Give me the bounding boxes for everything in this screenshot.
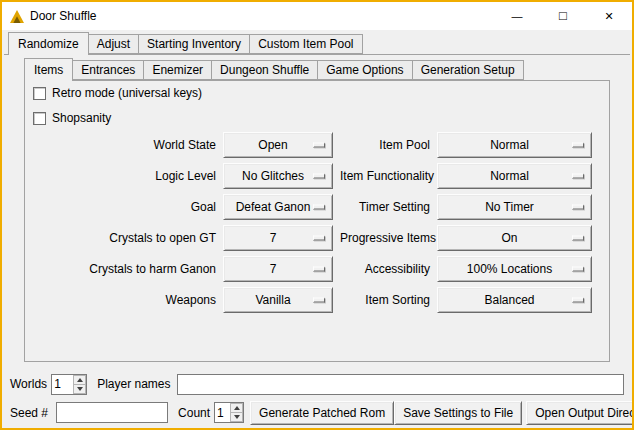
logic-level-label: Logic Level [31,169,216,183]
dropdown-indicator-icon [313,266,325,271]
crystals-harm-ganon-label: Crystals to harm Ganon [31,262,216,276]
shopsanity-label: Shopsanity [52,111,111,125]
spin-down-icon [234,415,240,419]
retro-mode-option[interactable]: Retro mode (universal keys) [33,86,202,100]
shopsanity-checkbox[interactable] [33,112,46,125]
crystals-harm-ganon-value: 7 [270,262,287,276]
settings-row: Weapons Vanilla Item Sorting Balanced [25,284,609,315]
seed-label: Seed # [10,406,48,420]
goal-label: Goal [31,200,216,214]
minimize-button[interactable]: — [494,2,540,30]
dropdown-indicator-icon [572,235,584,240]
spin-up-icon [77,378,83,382]
open-output-directory-button[interactable]: Open Output Directory [526,401,634,425]
minimize-icon: — [512,11,523,22]
goal-dropdown[interactable]: Defeat Ganon [223,194,333,220]
worlds-spin-up-button[interactable] [73,375,86,385]
worlds-input[interactable] [52,375,73,394]
accessibility-dropdown[interactable]: 100% Locations [437,256,592,282]
progressive-items-dropdown[interactable]: On [437,225,592,251]
tab-game-options[interactable]: Game Options [317,60,412,80]
settings-row: Crystals to harm Ganon 7 Accessibility 1… [25,253,609,284]
item-functionality-value: Normal [490,169,539,183]
settings-row: World State Open Item Pool Normal [25,129,609,160]
randomize-tab-bar: Items Entrances Enemizer Dungeon Shuffle… [24,60,523,81]
tab-items[interactable]: Items [24,58,73,81]
progressive-items-label: Progressive Items [340,231,430,245]
timer-setting-dropdown[interactable]: No Timer [437,194,592,220]
count-spin-down-button[interactable] [230,413,243,422]
window-controls: — □ ✕ [494,2,632,30]
logic-level-dropdown[interactable]: No Glitches [223,163,333,189]
dropdown-indicator-icon [313,204,325,209]
player-names-label: Player names [97,377,170,391]
item-sorting-value: Balanced [484,293,544,307]
accessibility-label: Accessibility [340,262,430,276]
crystals-open-gt-label: Crystals to open GT [31,231,216,245]
dropdown-indicator-icon [572,142,584,147]
dropdown-indicator-icon [313,142,325,147]
item-sorting-dropdown[interactable]: Balanced [437,287,592,313]
timer-setting-label: Timer Setting [340,200,430,214]
item-pool-value: Normal [490,138,539,152]
world-state-label: World State [31,138,216,152]
dropdown-indicator-icon [572,297,584,302]
titlebar[interactable]: Door Shuffle — □ ✕ [2,2,632,30]
logic-level-value: No Glitches [242,169,314,183]
main-tab-bar: Randomize Adjust Starting Inventory Cust… [8,34,362,55]
crystals-harm-ganon-dropdown[interactable]: 7 [223,256,333,282]
item-sorting-label: Item Sorting [340,293,430,307]
seed-input[interactable] [56,402,168,423]
close-button[interactable]: ✕ [586,2,632,30]
crystals-open-gt-dropdown[interactable]: 7 [223,225,333,251]
worlds-spin-buttons [73,375,86,394]
door-shuffle-window: Door Shuffle — □ ✕ Randomize Adjust Star… [0,0,634,430]
tab-starting-inventory[interactable]: Starting Inventory [138,34,250,54]
maximize-icon: □ [559,9,567,22]
count-spin-up-button[interactable] [230,403,243,413]
dropdown-indicator-icon [572,266,584,271]
item-functionality-dropdown[interactable]: Normal [437,163,592,189]
count-input[interactable] [215,403,230,422]
tab-custom-item-pool[interactable]: Custom Item Pool [249,34,362,54]
worlds-spinner [51,374,87,395]
settings-row: Logic Level No Glitches Item Functionali… [25,160,609,191]
save-settings-button[interactable]: Save Settings to File [394,401,522,425]
worlds-spin-down-button[interactable] [73,385,86,394]
window-title: Door Shuffle [30,9,97,23]
dropdown-indicator-icon [313,235,325,240]
item-pool-dropdown[interactable]: Normal [437,132,592,158]
weapons-dropdown[interactable]: Vanilla [223,287,333,313]
player-names-input[interactable] [177,374,625,395]
accessibility-value: 100% Locations [467,262,562,276]
retro-mode-checkbox[interactable] [33,87,46,100]
dropdown-indicator-icon [572,204,584,209]
spin-down-icon [77,387,83,391]
goal-value: Defeat Ganon [236,200,321,214]
multiworld-row: Worlds Player names [10,373,624,395]
settings-row: Crystals to open GT 7 Progressive Items … [25,222,609,253]
count-spin-buttons [230,403,243,422]
weapons-label: Weapons [31,293,216,307]
tab-generation-setup[interactable]: Generation Setup [412,60,524,80]
tab-adjust[interactable]: Adjust [88,34,139,54]
item-functionality-label: Item Functionality [340,169,430,183]
items-tab-panel: Retro mode (universal keys) Shopsanity W… [24,80,610,362]
tab-entrances[interactable]: Entrances [72,60,144,80]
dropdown-indicator-icon [313,297,325,302]
tab-dungeon-shuffle[interactable]: Dungeon Shuffle [211,60,318,80]
tab-enemizer[interactable]: Enemizer [143,60,212,80]
world-state-dropdown[interactable]: Open [223,132,333,158]
progressive-items-value: On [501,231,527,245]
tab-randomize[interactable]: Randomize [8,32,89,55]
count-spinner [214,402,244,423]
generate-patched-rom-button[interactable]: Generate Patched Rom [250,401,394,425]
generate-row: Seed # Count Generate Patched Rom Save S… [10,400,627,425]
count-label: Count [178,406,210,420]
timer-setting-value: No Timer [485,200,544,214]
app-icon [10,10,24,23]
maximize-button[interactable]: □ [540,2,586,30]
close-icon: ✕ [604,11,613,22]
shopsanity-option[interactable]: Shopsanity [33,111,111,125]
item-pool-label: Item Pool [340,138,430,152]
